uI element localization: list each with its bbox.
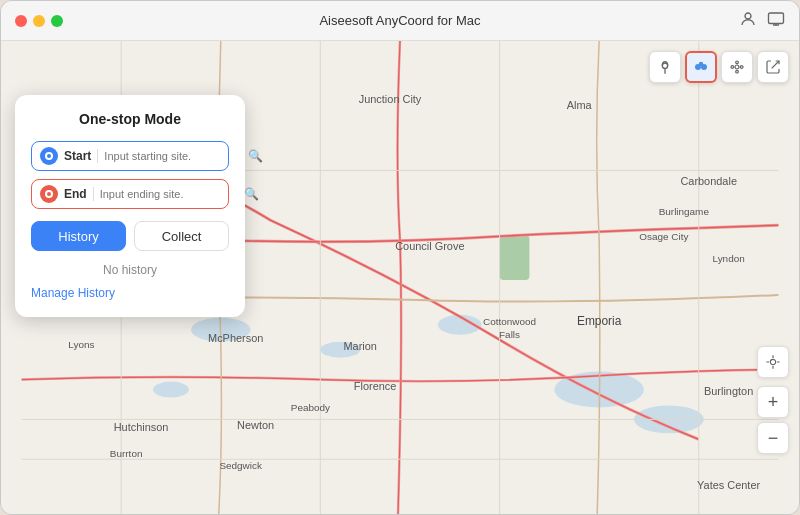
svg-text:Junction City: Junction City	[359, 93, 422, 105]
svg-text:Council Grove: Council Grove	[395, 240, 464, 252]
svg-text:Cottonwood: Cottonwood	[483, 316, 536, 327]
svg-point-0	[745, 13, 751, 19]
onestop-panel: One-stop Mode Start 🔍 End 🔍	[15, 95, 245, 317]
svg-point-42	[736, 70, 739, 73]
svg-point-44	[770, 359, 775, 364]
screen-icon[interactable]	[767, 10, 785, 32]
svg-text:Lyndon: Lyndon	[712, 253, 744, 264]
svg-text:Yates Center: Yates Center	[697, 479, 760, 491]
svg-point-9	[153, 382, 189, 398]
svg-text:Lyons: Lyons	[68, 339, 94, 350]
start-divider	[97, 149, 98, 163]
tab-row: History Collect	[31, 221, 229, 251]
svg-text:Falls: Falls	[499, 329, 520, 340]
settings-tool-button[interactable]	[721, 51, 753, 83]
svg-text:Burrton: Burrton	[110, 448, 143, 459]
svg-text:Burlingame: Burlingame	[659, 206, 710, 217]
window-controls	[15, 15, 63, 27]
svg-text:Peabody: Peabody	[291, 402, 330, 413]
svg-text:Emporia: Emporia	[577, 314, 622, 328]
end-search-icon: 🔍	[244, 187, 259, 201]
svg-point-39	[731, 66, 734, 69]
titlebar-icons	[739, 10, 785, 32]
app-title: Aiseesoft AnyCoord for Mac	[319, 13, 480, 28]
no-history-text: No history	[31, 263, 229, 277]
svg-point-41	[736, 61, 739, 64]
svg-point-52	[47, 192, 51, 196]
panel-title: One-stop Mode	[31, 111, 229, 127]
svg-text:Osage City: Osage City	[639, 231, 688, 242]
close-button[interactable]	[15, 15, 27, 27]
svg-line-43	[772, 61, 779, 68]
user-icon[interactable]	[739, 10, 757, 32]
maximize-button[interactable]	[51, 15, 63, 27]
svg-point-37	[699, 62, 704, 67]
svg-text:Hutchinson: Hutchinson	[114, 421, 169, 433]
svg-point-38	[735, 65, 739, 69]
titlebar: Aiseesoft AnyCoord for Mac	[1, 1, 799, 41]
map-toolbar	[649, 51, 789, 83]
history-tab-button[interactable]: History	[31, 221, 126, 251]
manage-history-link[interactable]: Manage History	[31, 286, 115, 300]
route-tool-button[interactable]	[685, 51, 717, 83]
start-label: Start	[64, 149, 91, 163]
svg-text:Carbondale: Carbondale	[680, 175, 737, 187]
start-input-row[interactable]: Start 🔍	[31, 141, 229, 171]
start-search-icon: 🔍	[248, 149, 263, 163]
svg-point-40	[740, 66, 743, 69]
minimize-button[interactable]	[33, 15, 45, 27]
collect-tab-button[interactable]: Collect	[134, 221, 229, 251]
svg-rect-1	[769, 13, 784, 24]
svg-rect-11	[500, 235, 530, 280]
start-input[interactable]	[104, 150, 242, 162]
svg-text:Florence: Florence	[354, 380, 397, 392]
svg-text:Sedgwick: Sedgwick	[219, 460, 262, 471]
zoom-controls: + −	[757, 346, 789, 454]
export-tool-button[interactable]	[757, 51, 789, 83]
end-input-row[interactable]: End 🔍	[31, 179, 229, 209]
zoom-in-button[interactable]: +	[757, 386, 789, 418]
svg-point-50	[47, 154, 51, 158]
svg-text:Burlington: Burlington	[704, 385, 753, 397]
end-divider	[93, 187, 94, 201]
end-label: End	[64, 187, 87, 201]
app-window: Aiseesoft AnyCoord for Mac	[0, 0, 800, 515]
svg-text:Newton: Newton	[237, 419, 274, 431]
svg-text:Marion: Marion	[343, 340, 376, 352]
zoom-out-button[interactable]: −	[757, 422, 789, 454]
end-input[interactable]	[100, 188, 238, 200]
end-icon	[40, 185, 58, 203]
pin-tool-button[interactable]	[649, 51, 681, 83]
map-container[interactable]: Junction City Alma Abilene Carbondale Bu…	[1, 41, 799, 514]
start-icon	[40, 147, 58, 165]
svg-text:Alma: Alma	[567, 99, 593, 111]
svg-text:McPherson: McPherson	[208, 332, 263, 344]
location-button[interactable]	[757, 346, 789, 378]
